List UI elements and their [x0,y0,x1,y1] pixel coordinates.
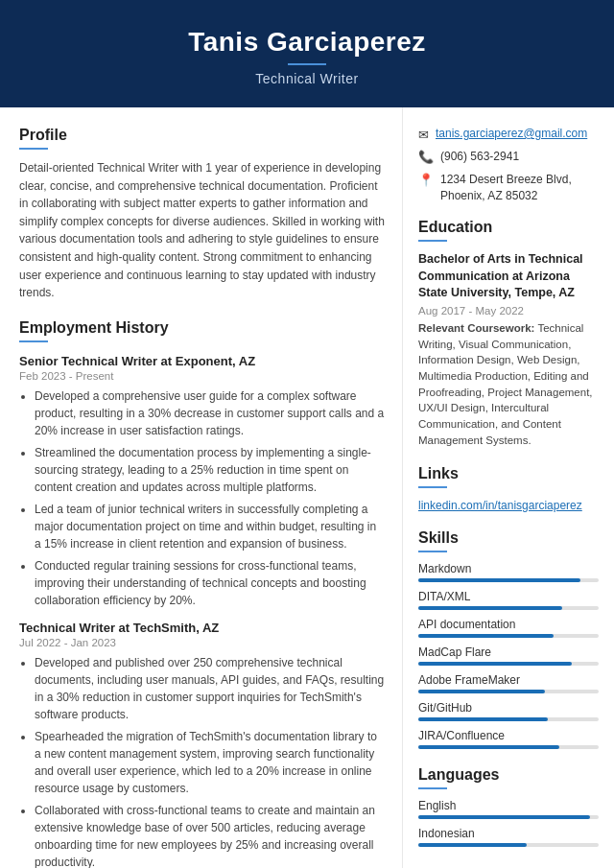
links-divider [418,486,447,488]
skill-item: JIRA/Confluence [418,729,599,749]
skill-label: MadCap Flare [418,645,599,659]
education-divider [418,240,447,242]
language-bar-fill [418,843,527,847]
main-layout: Profile Detail-oriented Technical Writer… [0,107,614,868]
skill-label: Adobe FrameMaker [418,673,599,687]
contact-email: ✉ tanis.garciaperez@gmail.com [418,127,599,142]
linkedin-link[interactable]: linkedin.com/in/tanisgarciaperez [418,499,582,512]
coursework-label: Relevant Coursework: [418,322,534,334]
languages-container: English Indonesian [418,799,599,847]
header-title: Technical Writer [19,71,595,86]
skill-bar-fill [418,745,559,749]
skill-label: Markdown [418,562,599,575]
list-item: Led a team of junior technical writers i… [35,501,385,552]
job-bullets-2: Developed and published over 250 compreh… [19,654,385,868]
phone-icon: 📞 [418,150,434,164]
profile-section: Profile Detail-oriented Technical Writer… [19,127,385,302]
header: Tanis Garciaperez Technical Writer [0,0,614,107]
skill-bar-fill [418,717,548,721]
list-item: Developed a comprehensive user guide for… [35,387,385,439]
languages-section: Languages English Indonesian [418,766,599,847]
skill-bar-fill [418,578,580,582]
skill-label: API documentation [418,618,599,631]
address-text: 1234 Desert Breeze Blvd, Phoenix, AZ 850… [440,172,599,204]
header-name: Tanis Garciaperez [19,27,595,58]
skill-bar-background [418,578,599,582]
skill-item: Markdown [418,562,599,582]
list-item: Collaborated with cross-functional teams… [35,802,385,868]
skill-bar-background [418,717,599,721]
job-dates-2: Jul 2022 - Jan 2023 [19,637,385,648]
coursework-text: Technical Writing, Visual Communication,… [418,322,593,446]
skills-container: Markdown DITA/XML API documentation MadC… [418,562,599,749]
skill-bar-background [418,662,599,666]
list-item: Spearheaded the migration of TechSmith's… [35,728,385,797]
links-section-title: Links [418,465,599,482]
skill-label: DITA/XML [418,590,599,603]
skill-item: DITA/XML [418,590,599,610]
location-icon: 📍 [418,173,434,187]
edu-dates: Aug 2017 - May 2022 [418,305,599,317]
email-icon: ✉ [418,128,429,142]
job-title-2: Technical Writer at TechSmith, AZ [19,621,385,635]
language-label: Indonesian [418,827,599,840]
language-bar-fill [418,815,590,819]
list-item: Developed and published over 250 compreh… [35,654,385,723]
skill-item: MadCap Flare [418,645,599,666]
profile-section-title: Profile [19,127,385,144]
skills-divider [418,551,447,552]
contact-phone: 📞 (906) 563-2941 [418,149,599,165]
skill-bar-background [418,606,599,610]
language-item: English [418,799,599,819]
skill-item: API documentation [418,618,599,638]
skill-bar-background [418,690,599,693]
language-bar-background [418,843,599,847]
job-title-1: Senior Technical Writer at Exponent, AZ [19,354,385,368]
employment-divider [19,340,48,342]
skill-item: Git/GitHub [418,701,599,721]
skill-bar-fill [418,690,545,693]
email-link[interactable]: tanis.garciaperez@gmail.com [436,127,587,140]
phone-text: (906) 563-2941 [440,149,519,165]
right-column: ✉ tanis.garciaperez@gmail.com 📞 (906) 56… [403,107,614,868]
profile-divider [19,148,48,150]
skill-bar-fill [418,662,572,666]
skill-bar-background [418,745,599,749]
list-item: Conducted regular training sessions for … [35,557,385,609]
profile-text: Detail-oriented Technical Writer with 1 … [19,159,385,302]
job-bullets-1: Developed a comprehensive user guide for… [19,387,385,609]
links-section: Links linkedin.com/in/tanisgarciaperez [418,465,599,512]
skill-bar-fill [418,606,562,610]
skills-section: Skills Markdown DITA/XML API documentati… [418,529,599,749]
contact-address: 📍 1234 Desert Breeze Blvd, Phoenix, AZ 8… [418,172,599,204]
skills-section-title: Skills [418,529,599,547]
skill-item: Adobe FrameMaker [418,673,599,693]
language-item: Indonesian [418,827,599,847]
education-section-title: Education [418,219,599,236]
left-column: Profile Detail-oriented Technical Writer… [0,107,403,868]
education-section: Education Bachelor of Arts in Technical … [418,219,599,448]
edu-degree: Bachelor of Arts in Technical Communicat… [418,251,599,302]
skill-label: JIRA/Confluence [418,729,599,742]
list-item: Streamlined the documentation process by… [35,444,385,496]
skill-bar-fill [418,634,554,638]
edu-coursework: Relevant Coursework: Technical Writing, … [418,320,599,448]
skill-label: Git/GitHub [418,701,599,715]
employment-section-title: Employment History [19,319,385,337]
language-bar-background [418,815,599,819]
language-label: English [418,799,599,812]
languages-section-title: Languages [418,766,599,784]
job-dates-1: Feb 2023 - Present [19,370,385,382]
header-divider [288,63,326,65]
languages-divider [418,787,447,789]
employment-section: Employment History Senior Technical Writ… [19,319,385,868]
skill-bar-background [418,634,599,638]
